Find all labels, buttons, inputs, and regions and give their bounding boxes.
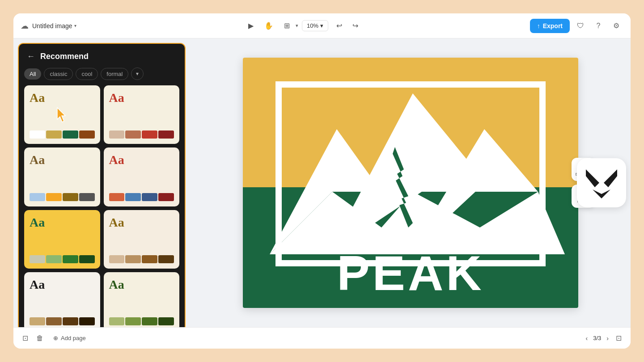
theme-card-4-text: Aa (109, 153, 174, 167)
swatch (142, 255, 157, 263)
canvas-frame[interactable]: PEAK (243, 58, 578, 308)
theme-card-8[interactable]: Aa (104, 272, 180, 327)
swatch (30, 193, 45, 201)
prev-page-button[interactable]: ‹ (584, 333, 590, 344)
swatch (142, 130, 157, 139)
delete-page-button[interactable]: 🗑 (34, 333, 45, 344)
add-page-icon: ⊕ (53, 335, 58, 341)
shield-button[interactable]: 🛡 (573, 19, 588, 33)
theme-card-3[interactable]: Aa (24, 147, 100, 206)
swatch (79, 317, 95, 325)
theme-card-1-text: Aa (30, 91, 95, 105)
theme-card-7[interactable]: Aa (24, 272, 100, 327)
theme-card-3-swatches (30, 193, 95, 201)
theme-card-2-text: Aa (109, 91, 174, 105)
swatch (46, 193, 62, 201)
add-page-button[interactable]: ⊕ Add page (50, 333, 89, 343)
back-button[interactable]: ← (26, 51, 36, 62)
swatch (158, 317, 174, 325)
swatch (79, 130, 95, 139)
bottom-right: ‹ 3/3 › ⊡ (584, 332, 623, 344)
swatch (63, 193, 78, 201)
next-page-button[interactable]: › (605, 333, 610, 344)
hand-tool-button[interactable]: ✋ (262, 19, 276, 33)
theme-card-3-text: Aa (30, 153, 95, 167)
swatch (109, 193, 125, 201)
filter-more-button[interactable]: ▾ (131, 67, 144, 80)
theme-card-5[interactable]: Aa (24, 210, 100, 269)
panel-title: Recommend (40, 52, 89, 61)
swatch (46, 317, 62, 325)
zoom-control[interactable]: 10% ▾ (302, 20, 328, 31)
zoom-chevron: ▾ (320, 22, 323, 29)
undo-redo-group: ↩ ↪ (332, 19, 362, 33)
theme-card-2[interactable]: Aa (104, 85, 180, 144)
export-label: Export (543, 22, 563, 29)
swatch (158, 130, 174, 139)
filter-cool[interactable]: cool (76, 68, 98, 80)
redo-button[interactable]: ↪ (348, 19, 362, 33)
bottom-bar: ⊡ 🗑 ⊕ Add page ‹ 3/3 › ⊡ (13, 327, 631, 349)
swatch (125, 193, 141, 201)
theme-card-6-text: Aa (109, 215, 174, 230)
svg-marker-0 (57, 108, 65, 122)
swatch (158, 255, 174, 263)
topbar-center: ▶ ✋ ⊞ ▾ 10% ▾ ↩ ↪ (82, 19, 525, 33)
theme-card-7-swatches (30, 317, 95, 325)
theme-card-4-swatches (109, 193, 174, 201)
swatch (63, 130, 78, 139)
zoom-value: 10% (307, 22, 318, 29)
theme-card-7-text: Aa (30, 278, 95, 292)
theme-card-6-swatches (109, 255, 174, 263)
canvas-area: PEAK ◧ Backgr... ⤡ Resize (190, 38, 631, 327)
swatch (63, 255, 78, 263)
panel-header: ← Recommend (19, 44, 185, 67)
swatch (30, 317, 45, 325)
filter-formal[interactable]: formal (101, 68, 128, 80)
filter-classic[interactable]: classic (44, 68, 73, 80)
file-title[interactable]: Untitled image ▾ (32, 22, 76, 29)
topbar: ☁ Untitled image ▾ ▶ ✋ ⊞ ▾ 10% ▾ ↩ ↪ (13, 13, 631, 38)
file-name: Untitled image (32, 22, 72, 29)
swatch (142, 317, 157, 325)
theme-card-8-text: Aa (109, 278, 174, 292)
duplicate-page-button[interactable]: ⊡ (21, 332, 30, 344)
swatch (109, 130, 125, 139)
swatch (46, 130, 62, 139)
swatch (63, 317, 78, 325)
topbar-right: ↑ Export 🛡 ? ⚙ (530, 19, 623, 33)
settings-button[interactable]: ⚙ (609, 19, 623, 33)
export-button[interactable]: ↑ Export (530, 19, 570, 33)
swatch (125, 130, 141, 139)
svg-text:PEAK: PEAK (337, 245, 484, 300)
undo-button[interactable]: ↩ (332, 19, 346, 33)
theme-card-5-swatches (30, 255, 95, 263)
theme-card-1[interactable]: Aa (24, 85, 100, 144)
swatch (125, 317, 141, 325)
swatch (46, 255, 62, 263)
play-button[interactable]: ▶ (244, 19, 258, 33)
canvas-workspace: PEAK ◧ Backgr... ⤡ Resize (190, 38, 631, 327)
chevron-down-icon: ▾ (74, 23, 76, 28)
layout-button[interactable]: ⊞ (280, 19, 294, 33)
bottom-left: ⊡ 🗑 ⊕ Add page (21, 332, 89, 344)
main-content: ← Recommend All classic cool formal ▾ Aa (13, 38, 631, 327)
capcut-icon (584, 167, 619, 198)
swatch (109, 317, 125, 325)
swatch (142, 193, 157, 201)
topbar-left: ☁ Untitled image ▾ (21, 21, 76, 31)
theme-card-5-text: Aa (30, 215, 95, 230)
swatch (79, 193, 95, 201)
filter-row: All classic cool formal ▾ (19, 67, 185, 85)
theme-card-6[interactable]: Aa (104, 210, 180, 269)
app-container: ☁ Untitled image ▾ ▶ ✋ ⊞ ▾ 10% ▾ ↩ ↪ (13, 13, 631, 349)
layout-chevron: ▾ (296, 23, 298, 29)
theme-card-4[interactable]: Aa (104, 147, 180, 206)
theme-card-2-swatches (109, 130, 174, 139)
swatch (158, 193, 174, 201)
expand-button[interactable]: ⊡ (614, 332, 623, 344)
help-button[interactable]: ? (591, 19, 606, 33)
filter-all[interactable]: All (24, 68, 41, 80)
swatch (30, 130, 45, 139)
swatch (109, 255, 125, 263)
